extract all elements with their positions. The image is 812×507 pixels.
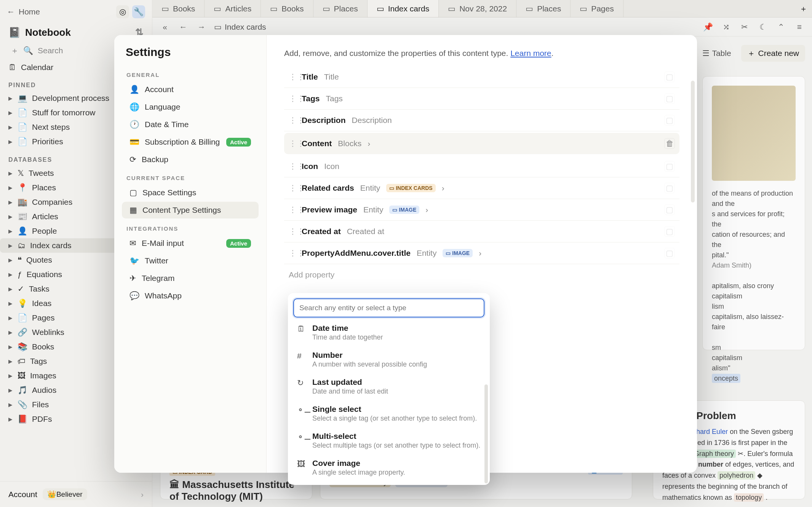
property-type: Description — [352, 116, 392, 125]
delete-property-button[interactable]: ▢ — [664, 72, 675, 82]
settings-datetime[interactable]: 🕐Date & Time — [122, 116, 259, 133]
settings-twitter[interactable]: 🐦Twitter — [122, 252, 259, 269]
globe-icon: 🌐 — [129, 102, 139, 112]
twitter-icon: 🐦 — [129, 256, 139, 265]
drag-handle-icon[interactable]: ⋮⋮ — [289, 249, 296, 258]
drag-handle-icon[interactable]: ⋮⋮ — [289, 205, 296, 214]
chevron-right-icon: › — [479, 249, 481, 258]
property-row[interactable]: ⋮⋮DescriptionDescription▢ — [284, 110, 679, 131]
settings-account[interactable]: 👤Account — [122, 81, 259, 98]
user-icon: 👤 — [129, 85, 139, 94]
drag-handle-icon[interactable]: ⋮⋮ — [289, 72, 296, 81]
property-name: Title — [302, 72, 318, 81]
property-type-option[interactable]: ⚬⚊Single selectSelect a single tag (or s… — [292, 400, 486, 427]
delete-property-button[interactable]: ▢ — [664, 183, 675, 193]
drag-handle-icon[interactable]: ⋮⋮ — [289, 162, 296, 171]
telegram-icon: ✈ — [129, 274, 136, 283]
property-type: Entity — [360, 183, 380, 193]
property-search-input[interactable] — [293, 298, 484, 317]
property-type-popover: 🗓Date timeTime and date together#NumberA… — [288, 293, 490, 485]
hash-icon: # — [297, 351, 306, 360]
property-row[interactable]: ⋮⋮IconIcon▢ — [284, 156, 679, 177]
property-name: Related cards — [302, 183, 354, 193]
property-type: Entity — [363, 205, 384, 214]
chevron-right-icon: › — [442, 183, 444, 193]
drag-handle-icon[interactable]: ⋮⋮ — [289, 227, 296, 236]
drag-handle-icon[interactable]: ⋮⋮ — [289, 94, 296, 103]
drag-handle-icon[interactable]: ⋮⋮ — [289, 139, 296, 148]
settings-backup[interactable]: ⟳Backup — [122, 151, 259, 168]
delete-property-button[interactable]: ▢ — [664, 161, 675, 172]
property-row[interactable]: ⋮⋮PropertyAddMenu.cover.titleEntity▭ IMA… — [284, 242, 679, 264]
type-chip: ▭ IMAGE — [389, 206, 419, 214]
property-row[interactable]: ⋮⋮Related cardsEntity▭ INDEX CARDS›▢ — [284, 177, 679, 199]
property-name: Icon — [302, 162, 318, 171]
option-title: Last updated — [312, 378, 388, 387]
drag-handle-icon[interactable]: ⋮⋮ — [289, 116, 296, 125]
property-type-option[interactable]: ⚬⚊Multi-selectSelect multiple tags (or s… — [292, 427, 486, 454]
property-type: Blocks — [338, 139, 361, 148]
delete-property-button[interactable]: ▢ — [664, 226, 675, 237]
property-name: Created at — [302, 227, 341, 236]
option-title: Date time — [312, 324, 383, 333]
delete-property-button[interactable]: ▢ — [664, 248, 675, 258]
delete-property-button[interactable]: ▢ — [664, 115, 675, 126]
property-row[interactable]: ⋮⋮Preview imageEntity▭ IMAGE›▢ — [284, 199, 679, 221]
delete-property-button[interactable]: 🗑 — [664, 138, 675, 149]
property-type-option[interactable]: #NumberA number with several possible co… — [292, 346, 486, 373]
property-type: Created at — [347, 227, 384, 236]
chevron-right-icon: › — [368, 139, 370, 148]
delete-property-button[interactable]: ▢ — [664, 204, 675, 215]
scrollbar[interactable] — [484, 384, 488, 483]
settings-billing[interactable]: 💳Subscription & BillingActive — [122, 134, 259, 150]
settings-title: Settings — [118, 46, 262, 65]
whatsapp-icon: 💬 — [129, 291, 139, 300]
scrollbar[interactable] — [691, 81, 695, 202]
property-type-option[interactable]: 🗓Date timeTime and date together — [292, 319, 486, 346]
share-icon: ⚬⚊ — [297, 405, 306, 415]
add-property-button[interactable]: Add property — [284, 264, 679, 285]
property-row[interactable]: ⋮⋮TitleTitle▢ — [284, 66, 679, 88]
property-name: Tags — [302, 94, 320, 103]
type-chip: ▭ IMAGE — [443, 249, 473, 257]
property-row[interactable]: ⋮⋮Created atCreated at▢ — [284, 221, 679, 242]
learn-more-link[interactable]: Learn more — [510, 49, 551, 57]
calendar-icon: 🗓 — [297, 324, 306, 333]
property-row[interactable]: ⋮⋮ContentBlocks›🗑 — [284, 133, 679, 154]
property-name: Content — [302, 139, 332, 148]
square-icon: ▢ — [129, 188, 137, 197]
property-name: Description — [302, 116, 346, 125]
property-type-option[interactable]: 🖼Cover imageA single select image proper… — [292, 454, 486, 481]
option-title: Cover image — [312, 459, 405, 468]
settings-description: Add, remove, and customize the propertie… — [284, 49, 679, 58]
settings-language[interactable]: 🌐Language — [122, 99, 259, 115]
active-badge: Active — [226, 138, 251, 147]
type-chip: ▭ INDEX CARDS — [386, 184, 435, 192]
option-subtitle: Select a single tag (or set another type… — [312, 415, 477, 422]
active-badge: Active — [226, 239, 251, 248]
settings-space[interactable]: ▢Space Settings — [122, 184, 259, 201]
option-subtitle: A number with several possible config — [312, 360, 427, 368]
settings-telegram[interactable]: ✈Telegram — [122, 270, 259, 287]
delete-property-button[interactable]: ▢ — [664, 93, 675, 104]
settings-content-type[interactable]: ▦Content Type Settings — [122, 202, 259, 218]
option-subtitle: A single select image property. — [312, 469, 405, 477]
backup-icon: ⟳ — [129, 155, 136, 164]
property-type: Icon — [324, 162, 339, 171]
property-type-option[interactable]: ↻Last updatedDate and time of last edit — [292, 373, 486, 400]
section-current-space: CURRENT SPACE — [118, 169, 262, 183]
property-row[interactable]: ⋮⋮TagsTags▢ — [284, 88, 679, 110]
layout-icon: ▦ — [129, 206, 137, 215]
clock-icon: ↻ — [297, 378, 306, 387]
settings-email[interactable]: ✉E-Mail inputActive — [122, 235, 259, 252]
settings-whatsapp[interactable]: 💬WhatsApp — [122, 287, 259, 304]
drag-handle-icon[interactable]: ⋮⋮ — [289, 183, 296, 193]
clock-icon: 🕐 — [129, 120, 139, 129]
option-subtitle: Select multiple tags (or set another typ… — [312, 442, 480, 450]
image-icon: 🖼 — [297, 459, 306, 469]
property-name: PropertyAddMenu.cover.title — [302, 249, 411, 258]
option-subtitle: Time and date together — [312, 333, 383, 341]
settings-sidebar: Settings GENERAL 👤Account 🌐Language 🕐Dat… — [114, 35, 267, 473]
mail-icon: ✉ — [129, 239, 136, 248]
option-subtitle: Date and time of last edit — [312, 387, 388, 395]
